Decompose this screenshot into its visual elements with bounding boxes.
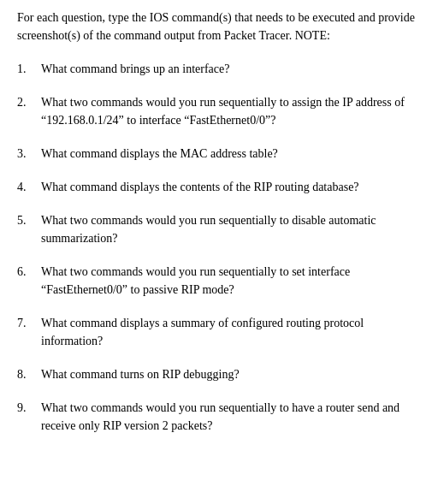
question-text: What command displays a summary of confi… bbox=[41, 314, 421, 350]
question-text: What command displays the MAC address ta… bbox=[41, 145, 278, 163]
question-item: 6.What two commands would you run sequen… bbox=[17, 263, 421, 299]
question-number: 9. bbox=[17, 399, 41, 417]
question-number: 8. bbox=[17, 365, 41, 383]
question-item: 7.What command displays a summary of con… bbox=[17, 314, 421, 350]
question-text: What two commands would you run sequenti… bbox=[41, 263, 421, 299]
question-number: 4. bbox=[17, 178, 41, 196]
question-number: 6. bbox=[17, 263, 41, 281]
question-item: 2.What two commands would you run sequen… bbox=[17, 93, 421, 129]
question-number: 3. bbox=[17, 145, 41, 163]
intro-paragraph: For each question, type the IOS command(… bbox=[17, 9, 421, 44]
question-item: 5.What two commands would you run sequen… bbox=[17, 211, 421, 247]
question-text: What command brings up an interface? bbox=[41, 60, 229, 78]
question-text: What command displays the contents of th… bbox=[41, 178, 359, 196]
question-text: What command turns on RIP debugging? bbox=[41, 365, 240, 383]
question-number: 1. bbox=[17, 60, 41, 78]
question-text: What two commands would you run sequenti… bbox=[41, 211, 421, 247]
question-number: 7. bbox=[17, 314, 41, 332]
question-item: 1.What command brings up an interface? bbox=[17, 60, 421, 78]
question-item: 8.What command turns on RIP debugging? bbox=[17, 365, 421, 383]
question-item: 9.What two commands would you run sequen… bbox=[17, 399, 421, 435]
question-number: 5. bbox=[17, 211, 41, 229]
question-number: 2. bbox=[17, 93, 41, 111]
question-item: 3.What command displays the MAC address … bbox=[17, 145, 421, 163]
questions-list: 1.What command brings up an interface?2.… bbox=[17, 60, 421, 435]
question-text: What two commands would you run sequenti… bbox=[41, 399, 421, 435]
question-text: What two commands would you run sequenti… bbox=[41, 93, 421, 129]
question-item: 4.What command displays the contents of … bbox=[17, 178, 421, 196]
